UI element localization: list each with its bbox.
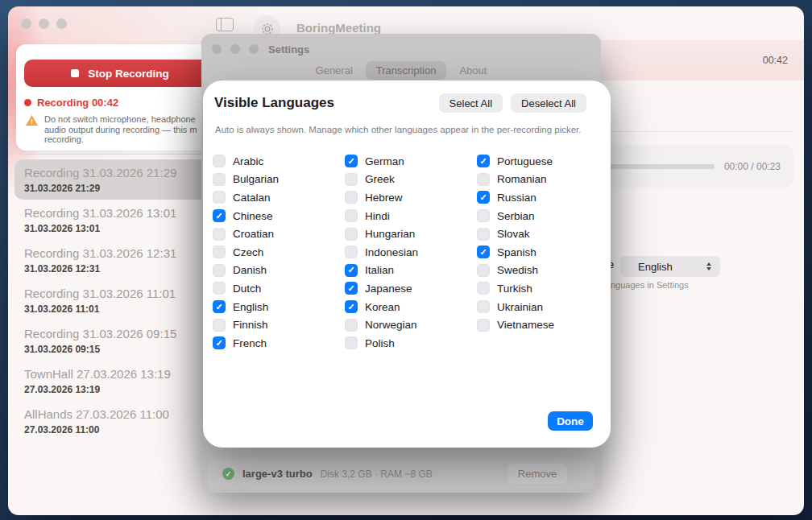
language-checkbox[interactable] bbox=[477, 246, 490, 258]
language-checkbox[interactable] bbox=[477, 282, 490, 295]
language-label: Arabic bbox=[233, 155, 263, 167]
language-option[interactable]: Norwegian bbox=[345, 319, 477, 332]
language-checkbox[interactable] bbox=[477, 300, 490, 313]
zoom-window-icon[interactable] bbox=[56, 19, 67, 29]
language-label: Turkish bbox=[497, 283, 532, 295]
language-option[interactable]: Korean bbox=[345, 300, 477, 313]
language-checkbox[interactable] bbox=[477, 155, 490, 167]
select-all-button[interactable]: Select All bbox=[439, 93, 503, 113]
settings-tab[interactable]: Transcription bbox=[366, 61, 447, 80]
language-checkbox[interactable] bbox=[213, 191, 226, 204]
remove-model-button[interactable]: Remove bbox=[508, 464, 567, 484]
language-option[interactable]: Spanish bbox=[477, 246, 609, 258]
language-checkbox[interactable] bbox=[345, 173, 358, 186]
language-dropdown[interactable]: English bbox=[620, 256, 720, 277]
language-checkbox[interactable] bbox=[213, 155, 226, 167]
language-checkbox[interactable] bbox=[345, 336, 358, 349]
recording-list-item[interactable]: TownHall 27.03.2026 13:19 27.03.2026 13:… bbox=[14, 361, 227, 401]
stop-recording-button[interactable]: Stop Recording bbox=[24, 60, 216, 87]
language-option[interactable]: Finnish bbox=[213, 319, 345, 332]
language-checkbox[interactable] bbox=[345, 191, 358, 204]
language-option[interactable]: Ukrainian bbox=[477, 300, 609, 313]
language-option[interactable]: Greek bbox=[345, 173, 477, 186]
language-option[interactable]: Slovak bbox=[477, 228, 609, 241]
sidebar-divider bbox=[8, 154, 227, 155]
language-label: Indonesian bbox=[365, 246, 418, 258]
language-option[interactable]: Polish bbox=[345, 336, 477, 349]
language-checkbox[interactable] bbox=[345, 209, 358, 222]
recording-list-item[interactable]: Recording 31.03.2026 21:29 31.03.2026 21… bbox=[14, 159, 227, 200]
language-checkbox[interactable] bbox=[477, 264, 490, 277]
language-option[interactable]: Italian bbox=[345, 264, 477, 277]
language-label: Spanish bbox=[497, 246, 536, 258]
language-option[interactable]: Chinese bbox=[213, 209, 345, 222]
language-option[interactable]: Arabic bbox=[213, 155, 345, 167]
language-checkbox[interactable] bbox=[345, 246, 358, 258]
language-option[interactable]: Dutch bbox=[213, 282, 345, 295]
warning-text: Do not switch microphone, headphone audi… bbox=[44, 114, 197, 145]
language-option[interactable]: Indonesian bbox=[345, 246, 477, 258]
language-checkbox[interactable] bbox=[345, 300, 358, 313]
language-option[interactable]: Catalan bbox=[213, 191, 345, 204]
sheet-header: Visible Languages Select All Deselect Al… bbox=[214, 93, 586, 113]
language-option[interactable]: Croatian bbox=[213, 228, 345, 241]
language-option[interactable]: Japanese bbox=[345, 282, 477, 295]
language-option[interactable]: Danish bbox=[213, 264, 345, 277]
minimize-window-icon[interactable] bbox=[230, 44, 240, 54]
recording-list-item[interactable]: Recording 31.03.2026 13:01 31.03.2026 13… bbox=[14, 200, 227, 240]
deselect-all-button[interactable]: Deselect All bbox=[511, 93, 586, 113]
recording-list-item[interactable]: AllHands 27.03.2026 11:00 27.03.2026 11:… bbox=[14, 401, 227, 441]
language-checkbox[interactable] bbox=[477, 191, 490, 204]
language-checkbox[interactable] bbox=[345, 319, 358, 332]
language-option[interactable]: Romanian bbox=[477, 173, 609, 186]
language-checkbox[interactable] bbox=[477, 319, 490, 332]
recording-status: Recording 00:42 bbox=[24, 97, 118, 109]
recording-list-item[interactable]: Recording 31.03.2026 09:15 31.03.2026 09… bbox=[14, 320, 227, 361]
recording-title: AllHands 27.03.2026 11:00 bbox=[24, 407, 219, 421]
language-option[interactable]: Swedish bbox=[477, 264, 609, 277]
language-checkbox[interactable] bbox=[213, 264, 226, 277]
recording-date: 31.03.2026 12:31 bbox=[24, 263, 219, 274]
close-window-icon[interactable] bbox=[212, 44, 222, 54]
language-checkbox[interactable] bbox=[213, 282, 226, 295]
language-checkbox[interactable] bbox=[477, 173, 490, 186]
language-option[interactable]: French bbox=[213, 336, 345, 349]
settings-tab[interactable]: General bbox=[305, 61, 363, 80]
language-checkbox[interactable] bbox=[213, 228, 226, 241]
language-option[interactable]: German bbox=[345, 155, 477, 167]
language-option[interactable]: Czech bbox=[213, 246, 345, 258]
language-option[interactable]: Russian bbox=[477, 191, 609, 204]
toggle-sidebar-icon[interactable] bbox=[216, 18, 234, 31]
language-option[interactable]: Turkish bbox=[477, 282, 609, 295]
recording-title: Recording 31.03.2026 21:29 bbox=[24, 166, 219, 180]
language-checkbox[interactable] bbox=[213, 209, 226, 222]
language-option[interactable]: Hebrew bbox=[345, 191, 477, 204]
model-details: Disk 3,2 GB · RAM ~8 GB bbox=[321, 468, 499, 480]
language-checkbox[interactable] bbox=[345, 155, 358, 167]
language-option[interactable]: Hindi bbox=[345, 209, 477, 222]
minimize-window-icon[interactable] bbox=[39, 19, 49, 29]
language-checkbox[interactable] bbox=[477, 209, 490, 222]
settings-tab[interactable]: About bbox=[449, 61, 497, 80]
zoom-window-icon[interactable] bbox=[249, 44, 259, 54]
close-window-icon[interactable] bbox=[21, 19, 31, 29]
language-checkbox[interactable] bbox=[213, 246, 226, 258]
language-checkbox[interactable] bbox=[345, 282, 358, 295]
language-option[interactable]: English bbox=[213, 300, 345, 313]
recording-list-item[interactable]: Recording 31.03.2026 12:31 31.03.2026 12… bbox=[14, 240, 227, 280]
language-checkbox[interactable] bbox=[213, 300, 226, 313]
language-checkbox[interactable] bbox=[477, 228, 490, 241]
language-option[interactable]: Portuguese bbox=[477, 155, 609, 167]
language-checkbox[interactable] bbox=[345, 228, 358, 241]
language-checkbox[interactable] bbox=[213, 336, 226, 349]
language-option[interactable]: Vietnamese bbox=[477, 319, 609, 332]
language-checkbox[interactable] bbox=[213, 173, 226, 186]
language-label: Polish bbox=[365, 337, 395, 349]
language-option[interactable]: Bulgarian bbox=[213, 173, 345, 186]
language-option[interactable]: Serbian bbox=[477, 209, 609, 222]
recording-list-item[interactable]: Recording 31.03.2026 11:01 31.03.2026 11… bbox=[14, 280, 227, 320]
language-checkbox[interactable] bbox=[213, 319, 226, 332]
language-checkbox[interactable] bbox=[345, 264, 358, 277]
done-button[interactable]: Done bbox=[548, 411, 593, 431]
language-option[interactable]: Hungarian bbox=[345, 228, 477, 241]
